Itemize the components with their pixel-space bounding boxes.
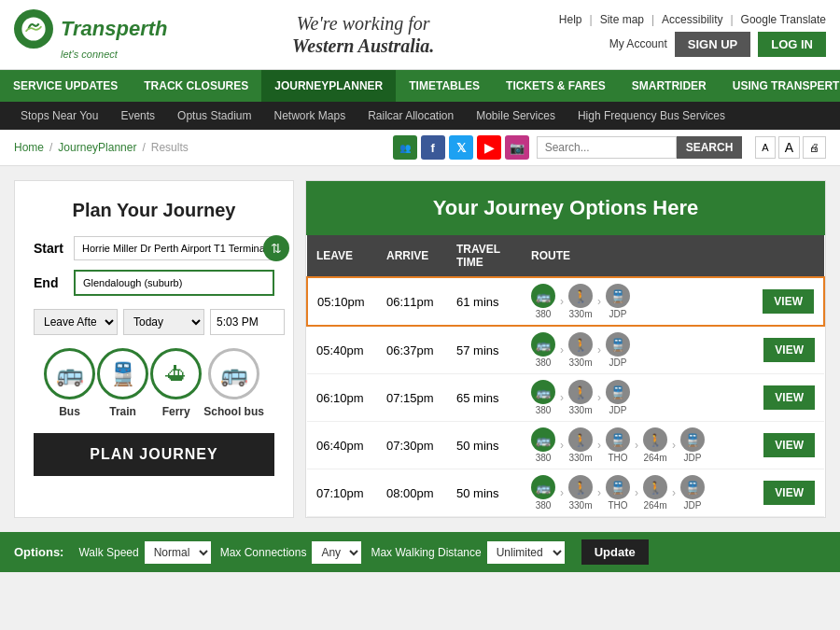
community-icon[interactable]: 👥	[393, 135, 417, 160]
time-input[interactable]	[210, 309, 285, 335]
walk-icon: 🚶	[568, 284, 593, 308]
accessibility-link[interactable]: Accessibility	[662, 13, 722, 26]
breadcrumb-home[interactable]: Home	[14, 141, 44, 154]
route-icon: 🚆 THO	[606, 427, 630, 463]
logo-icon	[14, 9, 53, 49]
max-walking-select[interactable]: Unlimited 200m 500m 1km	[487, 541, 565, 564]
header-links: Help | Site map | Accessibility | Google…	[559, 13, 826, 26]
start-input[interactable]	[74, 236, 274, 260]
social-icons: 👥 f 𝕏 ▶ 📷	[393, 135, 529, 160]
route-cell: 🚌 380 › 🚶 330m › 🚆 JDP	[522, 374, 749, 422]
nav-track-closures[interactable]: TRACK CLOSURES	[131, 70, 261, 102]
schoolbus-icon-circle: 🚌	[208, 348, 259, 399]
train-icon-circle: 🚆	[97, 348, 148, 399]
route-icon: 🚆 JDP	[680, 475, 705, 511]
route-icon: 🚶 330m	[568, 284, 593, 319]
view-button[interactable]: VIEW	[763, 433, 815, 457]
bus-icon: 🚌	[531, 380, 555, 404]
breadcrumb: Home / JourneyPlanner / Results	[14, 141, 189, 154]
help-link[interactable]: Help	[559, 13, 582, 26]
schoolbus-label: School bus	[203, 405, 264, 418]
subnav-railcar[interactable]: Railcar Allocation	[357, 102, 465, 130]
options-bar: Options: Walk Speed Normal Slow Fast Max…	[0, 532, 840, 572]
search-input[interactable]	[537, 136, 677, 159]
logo-text: Transperth	[61, 17, 168, 41]
date-select[interactable]: Today Tomorrow	[123, 309, 204, 335]
table-row: 05:10pm 06:11pm 61 mins 🚌 380 › 🚶 330m ›…	[307, 277, 824, 326]
table-row: 06:40pm 07:30pm 50 mins 🚌 380 › 🚶 330m ›…	[307, 422, 824, 469]
view-button[interactable]: VIEW	[763, 338, 815, 362]
nav-tickets-fares[interactable]: TICKETS & FARES	[493, 70, 619, 102]
login-button[interactable]: LOG IN	[758, 32, 826, 57]
view-cell: VIEW	[749, 277, 824, 326]
nav-journey-planner[interactable]: JOURNEYPLANNER	[261, 70, 396, 102]
route-icon: 🚌 380	[531, 427, 555, 463]
site-header: Transperth let's connect We're working f…	[0, 0, 840, 70]
transport-bus[interactable]: 🚌 Bus	[44, 348, 95, 418]
max-walking-group: Max Walking Distance Unlimited 200m 500m…	[371, 541, 564, 564]
subnav-maps[interactable]: Network Maps	[262, 102, 357, 130]
train-icon: 🚆	[606, 427, 630, 452]
view-button[interactable]: VIEW	[763, 385, 815, 410]
subnav-optus[interactable]: Optus Stadium	[166, 102, 262, 130]
sub-nav: Stops Near You Events Optus Stadium Netw…	[0, 102, 840, 130]
end-input[interactable]	[74, 270, 274, 296]
subnav-hfbus[interactable]: High Frequency Bus Services	[567, 102, 736, 130]
travel-time: 50 mins	[447, 422, 522, 469]
transport-ferry[interactable]: ⛴ Ferry	[150, 348, 202, 418]
text-size-controls: A A 🖨	[755, 136, 826, 159]
sitemap-link[interactable]: Site map	[600, 13, 644, 26]
depart-type-select[interactable]: Leave After Arrive By	[34, 309, 118, 335]
table-header: LEAVE ARRIVE TRAVEL TIME ROUTE	[307, 235, 824, 277]
update-button[interactable]: Update	[581, 539, 649, 565]
journey-results-panel: Your Journey Options Here LEAVE ARRIVE T…	[305, 180, 826, 518]
breadcrumb-journeyplanner[interactable]: JourneyPlanner	[58, 141, 136, 154]
text-size-small[interactable]: A	[755, 136, 775, 159]
end-label: End	[34, 275, 66, 290]
route-icon: 🚆 JDP	[606, 284, 630, 319]
nav-timetables[interactable]: TIMETABLES	[396, 70, 493, 102]
route-icon: 🚶 330m	[568, 332, 593, 368]
bus-icon: 🚌	[531, 475, 555, 499]
search-button[interactable]: SEARCH	[677, 136, 743, 159]
twitter-icon[interactable]: 𝕏	[449, 135, 473, 160]
travel-time: 50 mins	[447, 469, 522, 517]
route-icon: 🚆 JDP	[680, 427, 705, 463]
train-icon: 🚆	[680, 427, 705, 452]
plan-journey-button[interactable]: PLAN JOURNEY	[34, 433, 274, 476]
view-button[interactable]: VIEW	[763, 481, 815, 505]
transport-schoolbus[interactable]: 🚌 School bus	[203, 348, 264, 418]
max-connections-group: Max Connections Any 1 2 3	[220, 541, 362, 564]
subnav-mobile[interactable]: Mobile Services	[465, 102, 567, 130]
signup-button[interactable]: SIGN UP	[675, 32, 750, 57]
view-button[interactable]: VIEW	[763, 289, 814, 314]
print-button[interactable]: 🖨	[803, 136, 826, 159]
nav-service-updates[interactable]: SERVICE UPDATES	[0, 70, 131, 102]
walk-speed-select[interactable]: Normal Slow Fast	[145, 541, 211, 564]
max-connections-select[interactable]: Any 1 2 3	[312, 541, 361, 564]
nav-smartrider[interactable]: SMARTRIDER	[619, 70, 720, 102]
plan-journey-title: Plan Your Journey	[34, 200, 274, 221]
facebook-icon[interactable]: f	[421, 135, 445, 160]
table-row: 06:10pm 07:15pm 65 mins 🚌 380 › 🚶 330m ›…	[307, 374, 824, 422]
subnav-events[interactable]: Events	[109, 102, 166, 130]
travel-time: 57 mins	[447, 326, 522, 374]
subnav-stops[interactable]: Stops Near You	[9, 102, 109, 130]
transport-modes: 🚌 Bus 🚆 Train ⛴ Ferry 🚌 School bus	[34, 348, 274, 418]
route-icon: 🚶 264m	[643, 475, 667, 511]
route-icon: 🚆 JDP	[606, 380, 630, 415]
instagram-icon[interactable]: 📷	[505, 135, 529, 160]
max-connections-label: Max Connections	[220, 546, 307, 559]
ferry-label: Ferry	[162, 405, 190, 418]
main-nav: SERVICE UPDATES TRACK CLOSURES JOURNEYPL…	[0, 70, 840, 102]
train-icon: 🚆	[680, 475, 705, 499]
text-size-large[interactable]: A	[778, 136, 800, 159]
train-icon: 🚆	[606, 380, 630, 404]
swap-button[interactable]: ⇅	[263, 235, 289, 261]
translate-link[interactable]: Google Translate	[741, 13, 826, 26]
main-content: Plan Your Journey Start ⇅ End Leave Afte…	[0, 166, 840, 532]
transport-train[interactable]: 🚆 Train	[97, 348, 148, 418]
view-cell: VIEW	[749, 422, 824, 469]
nav-using-transperth[interactable]: USING TRANSPERTH	[720, 70, 840, 102]
youtube-icon[interactable]: ▶	[477, 135, 501, 160]
